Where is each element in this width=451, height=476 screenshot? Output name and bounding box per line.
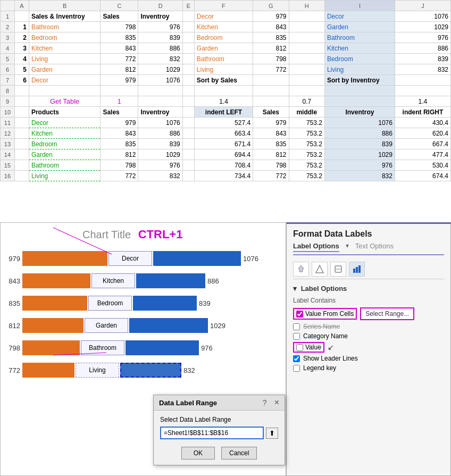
dlr-question-mark[interactable]: ? [263, 398, 267, 407]
legend-key-checkbox[interactable] [293, 365, 300, 372]
cell-e5[interactable] [182, 54, 194, 64]
cell-d16[interactable]: 832 [138, 171, 182, 181]
cell-h14[interactable]: 753.2 [289, 149, 324, 160]
cell-g12[interactable]: 843 [253, 128, 289, 139]
cell-j8[interactable] [395, 86, 450, 96]
cell-j15[interactable]: 530.4 [395, 160, 450, 171]
cell-b7[interactable]: Decor [29, 75, 100, 86]
cell-g5[interactable]: 798 [253, 54, 289, 64]
cell-a15[interactable] [14, 160, 29, 171]
cell-h4[interactable] [289, 43, 324, 54]
cell-b15[interactable]: Bathroom [29, 160, 100, 171]
cell-j6[interactable]: 832 [395, 64, 450, 75]
show-leader-lines-checkbox[interactable] [293, 355, 300, 362]
cell-a6[interactable]: 5 [14, 64, 29, 75]
cell-d13[interactable]: 839 [138, 139, 182, 149]
cell-e14[interactable] [182, 149, 194, 160]
border-icon[interactable] [312, 262, 328, 277]
cell-d3[interactable]: 839 [138, 32, 182, 43]
cell-a11[interactable] [14, 118, 29, 128]
cell-i1[interactable]: Decor [324, 11, 395, 22]
cell-h13[interactable]: 753.2 [289, 139, 324, 149]
dlr-cancel-button[interactable]: Cancel [221, 447, 257, 460]
cell-g13[interactable]: 835 [253, 139, 289, 149]
dlr-input[interactable]: =Sheet1!$B$11:$B$16 [160, 427, 264, 439]
cell-d4[interactable]: 886 [138, 43, 182, 54]
cell-g4[interactable]: 812 [253, 43, 289, 54]
cell-b13[interactable]: Bedroom [29, 139, 100, 149]
cell-b12[interactable]: Kitchen [29, 128, 100, 139]
cell-e9[interactable] [182, 96, 194, 107]
cell-a4[interactable]: 3 [14, 43, 29, 54]
cell-f12[interactable]: 663.4 [194, 128, 253, 139]
cell-c5[interactable]: 772 [101, 54, 138, 64]
cell-g10[interactable]: Sales [253, 107, 289, 118]
cell-i7[interactable]: Sort by Inventroy [324, 75, 395, 86]
cell-g11[interactable]: 979 [253, 118, 289, 128]
cell-c2[interactable]: 798 [101, 22, 138, 32]
cell-c14[interactable]: 812 [101, 149, 138, 160]
cell-d10[interactable]: Inventroy [138, 107, 182, 118]
cell-g15[interactable]: 798 [253, 160, 289, 171]
cell-e2[interactable] [182, 22, 194, 32]
cell-b10[interactable]: Products [29, 107, 100, 118]
cell-g9[interactable] [253, 96, 289, 107]
cell-b11[interactable]: Decor [29, 118, 100, 128]
cell-f11[interactable]: 527.4 [194, 118, 253, 128]
cell-a8[interactable] [14, 86, 29, 96]
cell-g1[interactable]: 979 [253, 11, 289, 22]
cell-j10[interactable]: indent RIGHT [395, 107, 450, 118]
cell-a1[interactable] [14, 11, 29, 22]
cell-h15[interactable]: 753.2 [289, 160, 324, 171]
cell-j3[interactable]: 976 [395, 32, 450, 43]
cell-j13[interactable]: 667.4 [395, 139, 450, 149]
cell-g8[interactable] [253, 86, 289, 96]
series-name-checkbox[interactable] [293, 323, 300, 330]
cell-b8[interactable] [29, 86, 100, 96]
cell-j4[interactable]: 886 [395, 43, 450, 54]
cell-b1[interactable]: Sales & Inventroy [29, 11, 100, 22]
cell-b5[interactable]: Living [29, 54, 100, 64]
cell-h3[interactable] [289, 32, 324, 43]
cell-i5[interactable]: Bedroom [324, 54, 395, 64]
cell-d5[interactable]: 832 [138, 54, 182, 64]
cell-h7[interactable] [289, 75, 324, 86]
cell-e1[interactable] [182, 11, 194, 22]
col-header-g[interactable]: G [253, 1, 289, 11]
cell-j16[interactable]: 674.4 [395, 171, 450, 181]
dlr-upload-button[interactable]: ⬆ [266, 428, 278, 439]
cell-a16[interactable] [14, 171, 29, 181]
cell-j5[interactable]: 839 [395, 54, 450, 64]
cell-f8[interactable] [194, 86, 253, 96]
cell-f15[interactable]: 708.4 [194, 160, 253, 171]
cell-e3[interactable] [182, 32, 194, 43]
cell-i3[interactable]: Bathroom [324, 32, 395, 43]
cell-i8[interactable] [324, 86, 395, 96]
cell-d2[interactable]: 976 [138, 22, 182, 32]
cell-a14[interactable] [14, 149, 29, 160]
cell-i15[interactable]: 976 [324, 160, 395, 171]
cell-f7[interactable]: Sort by Sales [194, 75, 253, 86]
cell-c9[interactable]: 1 [101, 96, 138, 107]
cell-e11[interactable] [182, 118, 194, 128]
cell-h9[interactable]: 0.7 [289, 96, 324, 107]
cell-a2[interactable]: 1 [14, 22, 29, 32]
category-name-checkbox[interactable] [293, 333, 300, 340]
col-header-b[interactable]: B [29, 1, 100, 11]
cell-a9[interactable] [14, 96, 29, 107]
tab-text-options[interactable]: Text Options [355, 242, 394, 252]
cell-j2[interactable]: 1029 [395, 22, 450, 32]
cell-a12[interactable] [14, 128, 29, 139]
cell-g3[interactable]: 835 [253, 32, 289, 43]
col-header-e[interactable]: E [182, 1, 194, 11]
cell-a3[interactable]: 2 [14, 32, 29, 43]
cell-c6[interactable]: 812 [101, 64, 138, 75]
cell-e12[interactable] [182, 128, 194, 139]
cell-h6[interactable] [289, 64, 324, 75]
cell-h2[interactable] [289, 22, 324, 32]
cell-i9[interactable] [324, 96, 395, 107]
cell-e8[interactable] [182, 86, 194, 96]
cell-b6[interactable]: Garden [29, 64, 100, 75]
cell-b2[interactable]: Bathroom [29, 22, 100, 32]
fill-icon[interactable] [293, 262, 309, 277]
